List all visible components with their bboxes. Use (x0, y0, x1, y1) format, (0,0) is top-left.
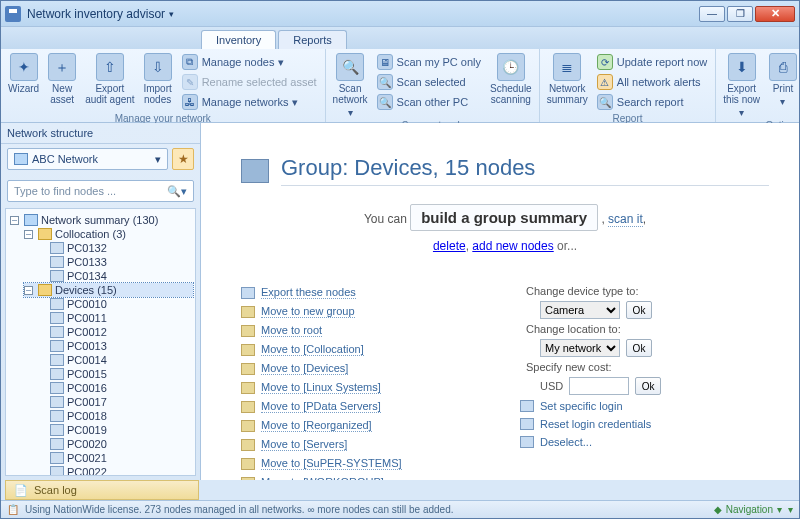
pc-icon (50, 424, 64, 436)
deselect-link[interactable]: Deselect... (540, 436, 592, 448)
tab-inventory[interactable]: Inventory (201, 30, 276, 49)
action-link[interactable]: Move to [Reorganized] (261, 419, 372, 432)
tree-node[interactable]: PC0012 (38, 325, 193, 339)
action-link[interactable]: Move to [SuPER-SYSTEMS] (261, 457, 402, 470)
build-summary-button[interactable]: build a group summary (410, 204, 598, 231)
plus-icon: ＋ (48, 53, 76, 81)
action-link[interactable]: Move to new group (261, 305, 355, 318)
cost-ok[interactable]: Ok (635, 377, 661, 395)
location-ok[interactable]: Ok (626, 339, 652, 357)
scan-other-button[interactable]: 🔍Scan other PC (375, 93, 483, 111)
tree-node[interactable]: PC0020 (38, 437, 193, 451)
refresh-icon: ⟳ (597, 54, 613, 70)
pc-icon (50, 368, 64, 380)
title-bar: Network inventory advisor ▾ — ❐ ✕ (1, 1, 799, 27)
alert-icon: ⚠ (597, 74, 613, 90)
tree-collocation[interactable]: –Collocation (3) (24, 227, 193, 241)
pc-icon (50, 438, 64, 450)
action-link[interactable]: Export these nodes (261, 286, 356, 299)
folder-arrow-icon (241, 344, 255, 356)
device-type-ok[interactable]: Ok (626, 301, 652, 319)
status-bar: 📋 Using NationWide license. 273 nodes ma… (1, 500, 799, 518)
tree-node[interactable]: PC0017 (38, 395, 193, 409)
search-report-button[interactable]: 🔍Search report (595, 93, 710, 111)
navigation-button[interactable]: ◆ Navigation ▾ (714, 504, 782, 515)
action-links-column: Export these nodesMove to new groupMove … (241, 283, 490, 480)
chevron-down-icon[interactable]: ▾ (788, 504, 793, 515)
ribbon: ✦Wizard ＋New asset ⇧Export audit agent ⇩… (1, 49, 799, 123)
maximize-button[interactable]: ❐ (727, 6, 753, 22)
tree-node[interactable]: PC0018 (38, 409, 193, 423)
pc-icon: 🖥 (377, 54, 393, 70)
scan-selected-button[interactable]: 🔍Scan selected (375, 73, 483, 91)
search-input[interactable]: Type to find nodes ... 🔍▾ (7, 180, 194, 202)
pc-icon (50, 340, 64, 352)
add-nodes-link[interactable]: add new nodes (472, 239, 553, 253)
scan-network-button[interactable]: 🔍Scan network▾ (330, 51, 371, 120)
tree-node[interactable]: PC0021 (38, 451, 193, 465)
rename-asset-button: ✎Rename selected asset (180, 73, 319, 91)
export-icon: ⇧ (96, 53, 124, 81)
new-network-button[interactable]: ★ (172, 148, 194, 170)
action-link[interactable]: Move to [WORKGROUP] (261, 476, 384, 480)
change-device-label: Change device type to: (526, 285, 639, 297)
wizard-button[interactable]: ✦Wizard (5, 51, 42, 96)
device-type-select[interactable]: Camera (540, 301, 620, 319)
delete-link[interactable]: delete (433, 239, 466, 253)
action-link[interactable]: Move to [Linux Systems] (261, 381, 381, 394)
tree-node[interactable]: PC0010 (38, 297, 193, 311)
cost-input[interactable] (569, 377, 629, 395)
scan-icon: 🔍 (336, 53, 364, 81)
export-now-button[interactable]: ⬇Export this now▾ (720, 51, 763, 120)
folder-arrow-icon (241, 325, 255, 337)
folder-arrow-icon (241, 382, 255, 394)
schedule-scan-button[interactable]: 🕒Schedule scanning (487, 51, 535, 107)
location-select[interactable]: My network (540, 339, 620, 357)
tree-node[interactable]: PC0013 (38, 339, 193, 353)
tree-devices[interactable]: –Devices (15) (24, 283, 193, 297)
tree-node[interactable]: PC0011 (38, 311, 193, 325)
cost-label: Specify new cost: (526, 361, 612, 373)
tree-node[interactable]: PC0015 (38, 367, 193, 381)
network-summary-button[interactable]: ≣Network summary (544, 51, 591, 107)
print-button[interactable]: ⎙Print▾ (765, 51, 800, 109)
set-login-link[interactable]: Set specific login (540, 400, 623, 412)
minimize-button[interactable]: — (699, 6, 725, 22)
log-icon: 📄 (14, 484, 28, 497)
pc-icon (50, 354, 64, 366)
new-asset-button[interactable]: ＋New asset (44, 51, 80, 107)
pc-icon (50, 466, 64, 476)
tree-node[interactable]: PC0019 (38, 423, 193, 437)
folder-icon (38, 284, 52, 296)
tree-node[interactable]: PC0016 (38, 381, 193, 395)
action-link[interactable]: Move to root (261, 324, 322, 337)
action-link[interactable]: Move to [PData Servers] (261, 400, 381, 413)
tree[interactable]: –Network summary (130) –Collocation (3) … (5, 208, 196, 476)
status-icon: 📋 (7, 504, 19, 515)
export-audit-button[interactable]: ⇧Export audit agent (82, 51, 138, 107)
all-alerts-button[interactable]: ⚠All network alerts (595, 73, 710, 91)
manage-nodes-button[interactable]: ⧉Manage nodes ▾ (180, 53, 319, 71)
scan-it-link[interactable]: scan it (608, 212, 643, 227)
currency-label: USD (540, 380, 563, 392)
tree-node[interactable]: PC0022 (38, 465, 193, 476)
tree-node[interactable]: PC0132 (38, 241, 193, 255)
pc-icon (50, 298, 64, 310)
reset-login-link[interactable]: Reset login credentials (540, 418, 651, 430)
scan-log-button[interactable]: 📄 Scan log (5, 480, 199, 500)
action-link[interactable]: Move to [Collocation] (261, 343, 364, 356)
title-dropdown-icon[interactable]: ▾ (169, 9, 174, 19)
tree-root[interactable]: –Network summary (130) (10, 213, 193, 227)
network-select[interactable]: ABC Network▾ (7, 148, 168, 170)
update-report-button[interactable]: ⟳Update report now (595, 53, 710, 71)
tree-node[interactable]: PC0133 (38, 255, 193, 269)
import-nodes-button[interactable]: ⇩Import nodes (140, 51, 176, 107)
manage-networks-button[interactable]: 🖧Manage networks ▾ (180, 93, 319, 111)
action-link[interactable]: Move to [Devices] (261, 362, 348, 375)
action-link[interactable]: Move to [Servers] (261, 438, 347, 451)
scan-my-pc-button[interactable]: 🖥Scan my PC only (375, 53, 483, 71)
tree-node[interactable]: PC0014 (38, 353, 193, 367)
tab-reports[interactable]: Reports (278, 30, 347, 49)
tree-node[interactable]: PC0134 (38, 269, 193, 283)
close-button[interactable]: ✕ (755, 6, 795, 22)
